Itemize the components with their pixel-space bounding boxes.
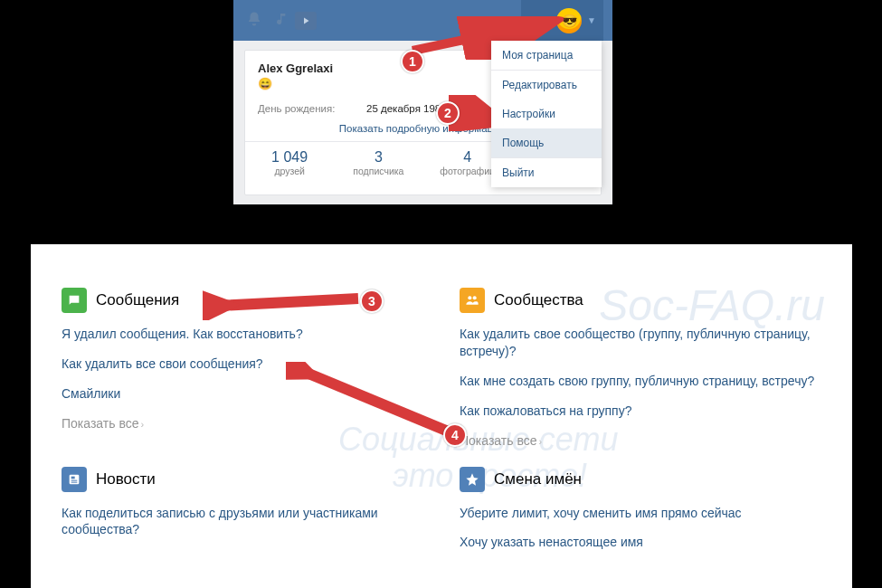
avatar: 😎	[556, 8, 582, 33]
username: Alex	[528, 14, 551, 27]
category-title: Сообщения	[96, 291, 179, 309]
help-link[interactable]: Уберите лимит, хочу сменить имя прямо се…	[460, 505, 821, 522]
help-link[interactable]: Как пожаловаться на группу?	[460, 403, 821, 420]
show-all-link[interactable]: Показать все›	[460, 433, 542, 448]
annotation-badge-1: 1	[401, 50, 424, 73]
category-title: Новости	[96, 470, 156, 488]
menu-edit[interactable]: Редактировать	[491, 70, 602, 100]
music-icon[interactable]	[275, 12, 289, 30]
help-link[interactable]: Я удалил сообщения. Как восстановить?	[62, 326, 423, 343]
star-icon	[460, 467, 485, 492]
stat-friends[interactable]: 1 049друзей	[245, 149, 334, 176]
groups-icon	[460, 288, 485, 313]
svg-rect-8	[71, 479, 78, 480]
birthday-label: День рождения:	[258, 103, 366, 114]
svg-rect-7	[71, 476, 75, 479]
category-title: Смена имён	[494, 470, 582, 488]
annotation-badge-4: 4	[443, 423, 467, 447]
play-icon[interactable]	[295, 12, 317, 30]
menu-logout[interactable]: Выйти	[491, 157, 602, 187]
help-link[interactable]: Как поделиться записью с друзьями или уч…	[62, 505, 423, 539]
category-title: Сообщества	[494, 291, 583, 309]
user-dropdown: Моя страница Редактировать Настройки Пом…	[491, 41, 602, 187]
news-icon	[62, 467, 87, 492]
help-link[interactable]: Как удалить свое сообщество (группу, пуб…	[460, 326, 821, 360]
bell-icon[interactable]	[246, 11, 262, 31]
help-categories-panel: Soc-FAQ.ru Социальные сети это просто! С…	[31, 244, 852, 588]
help-link[interactable]: Как мне создать свою группу, публичную с…	[460, 373, 821, 390]
category-news: Новости Как поделиться записью с друзьям…	[62, 467, 423, 564]
svg-rect-6	[70, 474, 80, 484]
messages-icon	[62, 288, 87, 313]
chevron-down-icon: ▼	[587, 15, 596, 25]
vk-profile-panel: Alex 😎 ▼ Моя страница Редактировать Наст…	[233, 0, 612, 204]
show-all-link[interactable]: Показать все›	[62, 416, 144, 431]
menu-my-page[interactable]: Моя страница	[491, 41, 602, 70]
help-link[interactable]: Как удалить все свои сообщения?	[62, 356, 423, 373]
stat-followers[interactable]: 3подписчика	[334, 149, 422, 176]
menu-settings[interactable]: Настройки	[491, 100, 602, 128]
menu-help[interactable]: Помощь	[491, 128, 602, 157]
topbar: Alex 😎 ▼	[233, 0, 612, 41]
category-groups: Сообщества Как удалить свое сообщество (…	[460, 288, 821, 449]
svg-point-5	[473, 296, 477, 299]
svg-point-4	[468, 296, 471, 299]
svg-rect-9	[71, 481, 78, 482]
chevron-right-icon: ›	[140, 419, 144, 430]
help-link[interactable]: Смайлики	[62, 385, 423, 403]
annotation-badge-2: 2	[436, 101, 460, 125]
annotation-badge-3: 3	[360, 289, 384, 313]
category-names: Смена имён Уберите лимит, хочу сменить и…	[460, 467, 821, 564]
help-link[interactable]: Хочу указать ненастоящее имя	[460, 534, 821, 551]
user-menu-trigger[interactable]: Alex 😎 ▼	[521, 0, 603, 41]
chevron-right-icon: ›	[538, 436, 542, 447]
